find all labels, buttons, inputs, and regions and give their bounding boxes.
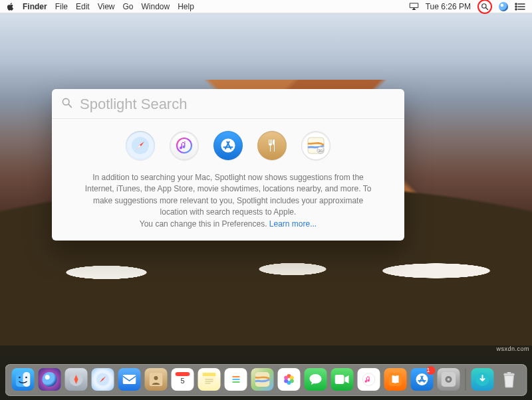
airplay-icon[interactable] (409, 2, 419, 11)
svg-rect-35 (203, 373, 216, 376)
dock-maps[interactable] (251, 368, 274, 391)
spotlight-menu-icon[interactable] (477, 0, 492, 14)
svg-text:5: 5 (180, 377, 184, 385)
svg-line-9 (68, 104, 71, 107)
svg-text:3D: 3D (318, 149, 323, 153)
spotlight-description: In addition to searching your Mac, Spotl… (52, 169, 404, 241)
apple-menu[interactable] (7, 3, 15, 11)
menu-view[interactable]: View (98, 2, 115, 11)
dock-trash[interactable] (498, 368, 521, 391)
dock-finder[interactable] (12, 368, 35, 391)
dock-launchpad[interactable] (65, 368, 88, 391)
dock-itunes[interactable] (358, 368, 380, 391)
spotlight-search-input[interactable] (80, 96, 395, 113)
svg-point-30 (154, 376, 158, 380)
maps-icon[interactable]: 3D (301, 131, 331, 160)
menu-help[interactable]: Help (178, 2, 194, 11)
badge: 1 (427, 366, 436, 375)
svg-point-24 (25, 377, 27, 379)
dock-facetime[interactable] (331, 368, 354, 391)
dock-calendar[interactable]: 5 (172, 368, 194, 391)
spotlight-description-text: In addition to searching your Mac, Spotl… (85, 173, 372, 217)
svg-rect-63 (504, 373, 515, 375)
svg-point-2 (515, 3, 517, 5)
dock-mail[interactable] (118, 368, 141, 391)
svg-rect-64 (507, 372, 511, 373)
dock-messages[interactable] (305, 368, 327, 391)
spotlight-panel: 3D In addition to searching your Mac, Sp… (52, 89, 404, 241)
siri-icon[interactable] (499, 2, 508, 11)
safari-icon[interactable] (126, 131, 155, 160)
dock-contacts[interactable] (145, 368, 168, 391)
svg-point-51 (284, 376, 288, 380)
svg-point-6 (515, 9, 517, 10)
search-icon (61, 97, 73, 112)
svg-point-55 (416, 373, 428, 385)
app-store-icon[interactable] (213, 131, 243, 160)
spotlight-search-row (52, 89, 404, 118)
spotlight-preferences-line: You can change this in Preferences. (140, 219, 267, 229)
dock-notes[interactable] (198, 368, 221, 391)
spotlight-suggestion-icons: 3D (52, 119, 404, 169)
menubar: Finder File Edit View Go Window Help Tue… (0, 0, 532, 13)
dock-siri[interactable] (39, 368, 61, 391)
dock: 51 (5, 364, 527, 396)
dock-downloads[interactable] (471, 368, 494, 391)
menu-window[interactable]: Window (142, 2, 170, 11)
menu-file[interactable]: File (55, 2, 68, 11)
svg-rect-22 (23, 372, 31, 387)
dock-ibooks[interactable] (384, 368, 407, 391)
watermark: wsxdn.com (496, 346, 529, 352)
learn-more-link[interactable]: Learn more... (269, 219, 317, 229)
app-name[interactable]: Finder (23, 2, 47, 11)
svg-line-1 (486, 7, 488, 9)
wallpaper-layer (0, 252, 532, 286)
dock-reminders[interactable] (225, 368, 247, 391)
svg-rect-52 (335, 375, 344, 384)
svg-rect-28 (123, 375, 136, 384)
dock-app-store[interactable]: 1 (411, 368, 434, 391)
desktop: wsxdn.com Finder File Edit View Go Windo… (0, 0, 532, 400)
svg-point-61 (448, 378, 450, 381)
menu-go[interactable]: Go (123, 2, 134, 11)
menubar-clock[interactable]: Tue 6:26 PM (426, 2, 471, 11)
restaurants-icon[interactable] (257, 131, 287, 160)
svg-point-4 (515, 6, 517, 7)
notification-center-icon[interactable] (515, 3, 525, 11)
dock-photos[interactable] (278, 368, 301, 391)
dock-system-preferences[interactable] (438, 368, 460, 391)
svg-rect-32 (176, 372, 190, 376)
itunes-icon[interactable] (170, 131, 199, 160)
menu-edit[interactable]: Edit (76, 2, 90, 11)
dock-safari[interactable] (92, 368, 114, 391)
svg-point-14 (221, 138, 235, 152)
svg-point-23 (19, 377, 21, 379)
